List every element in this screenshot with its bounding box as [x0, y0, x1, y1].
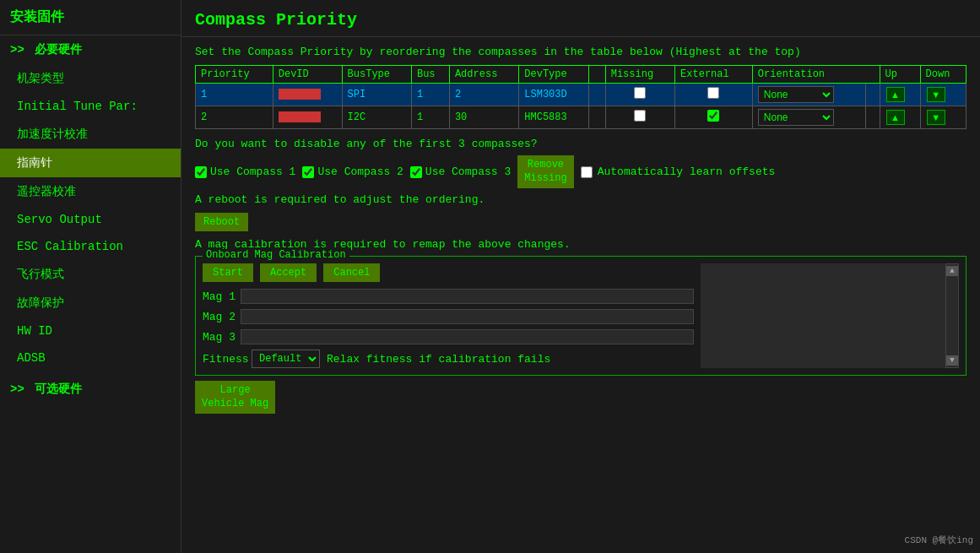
cell-missing[interactable] [605, 84, 674, 106]
sidebar-section-required[interactable]: >> 必要硬件 [0, 35, 181, 64]
sidebar-item-esc-cal[interactable]: ESC Calibration [0, 233, 181, 260]
reboot-notice: A reboot is required to adjust the order… [195, 193, 966, 206]
auto-learn-text: Automatically learn offsets [598, 165, 776, 178]
mag-cal-inner: Start Accept Cancel Mag 1 Mag 2 [203, 263, 959, 368]
use-compass-2-text: Use Compass 2 [317, 165, 403, 178]
up-button[interactable]: ▲ [886, 110, 905, 125]
scrollbar[interactable]: ▲ ▼ [945, 263, 959, 368]
orientation-select[interactable]: None [758, 86, 834, 103]
page-title: Compass Priority [181, 0, 980, 37]
use-compass-3-checkbox[interactable] [410, 166, 422, 178]
use-compass-1-label[interactable]: Use Compass 1 [195, 165, 295, 178]
compass-table: Priority DevID BusType Bus Address DevTy… [195, 65, 966, 129]
mag3-row: Mag 3 [203, 329, 694, 344]
cell-devtype: HMC5883 [519, 106, 588, 129]
up-button[interactable]: ▲ [886, 87, 905, 102]
sidebar-header: 安装固件 [0, 0, 181, 35]
external-checkbox[interactable] [707, 87, 719, 99]
col-down: Down [920, 66, 966, 84]
sidebar-item-compass[interactable]: 指南针 [0, 149, 181, 177]
cell-bus: 1 [411, 106, 449, 129]
external-checkbox[interactable] [707, 110, 719, 122]
cell-missing[interactable] [605, 106, 674, 129]
disable-row: Do you want to disable any of the first … [195, 138, 966, 150]
mag1-label: Mag 1 [203, 290, 241, 303]
cell-priority: 2 [196, 106, 273, 129]
cell-devtype: LSM303D [519, 84, 588, 106]
col-external: External [675, 66, 753, 84]
cell-down[interactable]: ▼ [920, 106, 966, 129]
sidebar-item-flight-mode[interactable]: 飞行模式 [0, 260, 181, 289]
auto-learn-label[interactable]: Automatically learn offsets [581, 165, 776, 178]
cell-external[interactable] [675, 84, 753, 106]
cell-external[interactable] [675, 106, 753, 129]
col-bus: Bus [411, 66, 449, 84]
sidebar-item-radio-cal[interactable]: 遥控器校准 [0, 177, 181, 206]
sidebar-item-accelerometer[interactable]: 加速度计校准 [0, 120, 181, 149]
cell-bus: 1 [411, 84, 449, 106]
mag-cal-buttons: Start Accept Cancel [203, 263, 694, 282]
mag2-row: Mag 2 [203, 309, 694, 324]
down-button[interactable]: ▼ [927, 110, 945, 125]
col-priority: Priority [196, 66, 273, 84]
main-content: Compass Priority Set the Compass Priorit… [181, 0, 980, 553]
cell-orient-spacer [865, 106, 880, 129]
cell-orientation[interactable]: None [752, 106, 865, 129]
mag3-label: Mag 3 [203, 331, 241, 344]
large-vehicle-mag-button[interactable]: LargeVehicle Mag [195, 381, 275, 414]
sidebar-section-optional[interactable]: >> 可选硬件 [0, 375, 181, 404]
use-compass-3-label[interactable]: Use Compass 3 [410, 165, 511, 178]
cell-address: 2 [449, 84, 518, 106]
use-compass-1-text: Use Compass 1 [210, 165, 295, 178]
compass-checkboxes-row: Use Compass 1 Use Compass 2 Use Compass … [195, 155, 966, 188]
cell-up[interactable]: ▲ [880, 106, 920, 129]
cell-bustype: I2C [342, 106, 411, 129]
accept-button[interactable]: Accept [260, 263, 317, 282]
cancel-button[interactable]: Cancel [323, 263, 380, 282]
cell-devid [273, 106, 342, 129]
use-compass-2-label[interactable]: Use Compass 2 [302, 165, 403, 178]
sidebar-item-adsb[interactable]: ADSB [0, 344, 181, 371]
use-compass-1-checkbox[interactable] [195, 166, 207, 178]
sidebar-item-servo-output[interactable]: Servo Output [0, 206, 181, 233]
sidebar-item-failsafe[interactable]: 故障保护 [0, 289, 181, 317]
cell-orientation[interactable]: None [752, 84, 865, 106]
col-address: Address [449, 66, 518, 84]
scroll-down-icon: ▼ [950, 356, 954, 365]
sidebar-item-hw-id[interactable]: HW ID [0, 317, 181, 344]
col-up: Up [880, 66, 920, 84]
controls-section: Do you want to disable any of the first … [195, 138, 966, 414]
cal-display-area: ▲ ▼ [701, 263, 959, 368]
page-description: Set the Compass Priority by reordering t… [195, 46, 966, 58]
fitness-note: Relax fitness if calibration fails [327, 353, 550, 366]
missing-checkbox[interactable] [634, 110, 646, 122]
col-devtype: DevType [519, 66, 588, 84]
mag2-progress [241, 309, 694, 324]
col-spacer [588, 66, 605, 84]
cell-priority: 1 [196, 84, 273, 106]
remove-missing-button[interactable]: RemoveMissing [517, 155, 573, 188]
mag1-row: Mag 1 [203, 289, 694, 304]
fitness-label: Fitness [203, 353, 245, 366]
table-row: 1 SPI 1 2 LSM303D None ▲ ▼ [196, 84, 966, 106]
auto-learn-checkbox[interactable] [581, 166, 593, 178]
mag-cal-box: Onboard Mag Calibration Start Accept Can… [195, 256, 966, 376]
sidebar-item-frame-type[interactable]: 机架类型 [0, 64, 181, 93]
mag1-progress [241, 289, 694, 304]
mag3-progress [241, 329, 694, 344]
start-button[interactable]: Start [203, 263, 253, 282]
cell-up[interactable]: ▲ [880, 84, 920, 106]
cell-devid [273, 84, 342, 106]
devid-redacted [279, 89, 321, 100]
down-button[interactable]: ▼ [927, 87, 945, 102]
reboot-button[interactable]: Reboot [195, 213, 248, 231]
missing-checkbox[interactable] [634, 87, 646, 99]
fitness-select[interactable]: Default [252, 350, 320, 368]
orientation-select[interactable]: None [758, 109, 834, 126]
table-row: 2 I2C 1 30 HMC5883 None ▲ ▼ [196, 106, 966, 129]
cell-down[interactable]: ▼ [920, 84, 966, 106]
arrow-icon-2: >> [10, 382, 24, 396]
fitness-row: Fitness Default Relax fitness if calibra… [203, 350, 694, 368]
use-compass-2-checkbox[interactable] [302, 166, 314, 178]
sidebar-item-initial-tune[interactable]: Initial Tune Par: [0, 93, 181, 120]
